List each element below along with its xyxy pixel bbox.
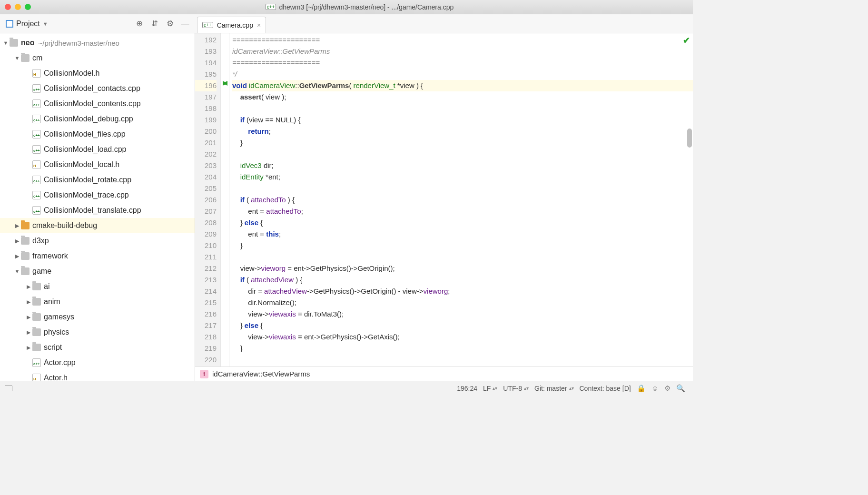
cpp-file-icon: c++ — [32, 191, 41, 199]
status-bar: 196:24 LF▴▾ UTF-8▴▾ Git: master▴▾ Contex… — [0, 381, 693, 395]
tree-item[interactable]: ▶c++CollisionModel_files.cpp — [0, 127, 195, 142]
breadcrumb-text[interactable]: idCameraView::GetViewParms — [212, 370, 310, 378]
folder-icon — [21, 222, 30, 229]
lock-icon[interactable]: 🔒 — [637, 384, 646, 393]
search-icon[interactable]: 🔍 — [676, 384, 685, 393]
encoding[interactable]: UTF-8▴▾ — [503, 385, 529, 392]
project-tool-header: Project ▼ ⊕ ⇵ ⚙ — — [0, 14, 195, 33]
toolbar: Project ▼ ⊕ ⇵ ⚙ — c++ Camera.cpp × — [0, 14, 693, 33]
ide-settings-icon[interactable]: ⚙ — [664, 384, 671, 393]
tree-item[interactable]: ▶gamesys — [0, 309, 195, 325]
scrollbar-thumb[interactable] — [687, 129, 692, 148]
tree-item[interactable]: ▶c++CollisionModel_debug.cpp — [0, 111, 195, 127]
cpp-file-icon: c++ — [32, 358, 41, 367]
git-branch[interactable]: Git: master▴▾ — [534, 385, 573, 392]
cpp-file-icon: c++ — [32, 115, 41, 123]
cpp-file-icon: c++ — [32, 206, 41, 215]
cpp-file-icon: c++ — [266, 4, 276, 10]
minimize-window-button[interactable] — [15, 4, 21, 10]
tree-item[interactable]: ▶anim — [0, 294, 195, 309]
tree-item[interactable]: ▶framework — [0, 248, 195, 264]
caret-position[interactable]: 196:24 — [457, 385, 477, 392]
cpp-file-icon: c++ — [202, 22, 213, 28]
header-file-icon: H — [32, 160, 41, 169]
window-titlebar: c++ dhewm3 [~/prj/dhewm3-master/neo] - .… — [0, 0, 693, 14]
close-tab-icon[interactable]: × — [257, 21, 261, 29]
folder-icon — [32, 344, 41, 351]
maximize-window-button[interactable] — [25, 4, 31, 10]
tree-item[interactable]: ▶c++CollisionModel_load.cpp — [0, 142, 195, 157]
tree-item[interactable]: ▶script — [0, 340, 195, 355]
cpp-file-icon: c++ — [32, 99, 41, 108]
code-text[interactable]: =====================idCameraView::GetVi… — [229, 33, 693, 366]
window-title: dhewm3 [~/prj/dhewm3-master/neo] - .../g… — [279, 3, 454, 11]
tree-item[interactable]: ▶HCollisionModel_local.h — [0, 157, 195, 172]
project-tree[interactable]: ▼neo~/prj/dhewm3-master/neo▼cm▶HCollisio… — [0, 33, 195, 381]
cpp-file-icon: c++ — [32, 130, 41, 139]
fold-column[interactable] — [221, 33, 229, 366]
hide-panel-button[interactable]: — — [179, 18, 191, 30]
inspector-icon[interactable]: ☺ — [651, 384, 659, 392]
context[interactable]: Context: base [D] — [580, 385, 631, 392]
tree-item[interactable]: ▶c++CollisionModel_trace.cpp — [0, 188, 195, 203]
locate-file-button[interactable]: ⊕ — [133, 18, 146, 30]
tree-item[interactable]: ▶cmake-build-debug — [0, 218, 195, 233]
tree-item[interactable]: ▶d3xp — [0, 233, 195, 248]
breadcrumb-bar: f idCameraView::GetViewParms — [195, 366, 693, 381]
window-controls — [5, 4, 31, 10]
tree-item[interactable]: ▼cm — [0, 50, 195, 66]
folder-icon — [32, 328, 41, 336]
tree-item[interactable]: ▶c++CollisionModel_rotate.cpp — [0, 172, 195, 188]
tree-item[interactable]: ▶c++CollisionModel_translate.cpp — [0, 203, 195, 218]
folder-icon — [32, 283, 41, 290]
folder-icon — [32, 313, 41, 321]
tree-item[interactable]: ▶c++Actor.cpp — [0, 355, 195, 370]
tree-root[interactable]: ▼neo~/prj/dhewm3-master/neo — [0, 35, 195, 50]
line-separator[interactable]: LF▴▾ — [483, 385, 497, 392]
tool-windows-icon[interactable] — [5, 386, 12, 391]
tree-item[interactable]: ▼game — [0, 264, 195, 279]
line-number-gutter[interactable]: 1921931941951961971981992002012022032042… — [195, 33, 221, 366]
editor-tab-camera[interactable]: c++ Camera.cpp × — [197, 17, 266, 33]
folder-icon — [21, 237, 30, 245]
inspection-ok-icon: ✔ — [683, 35, 690, 46]
close-window-button[interactable] — [5, 4, 11, 10]
cpp-file-icon: c++ — [32, 176, 41, 184]
header-file-icon: H — [32, 69, 41, 78]
cpp-file-icon: c++ — [32, 84, 41, 93]
folder-icon — [21, 252, 30, 260]
folder-icon — [21, 267, 30, 275]
settings-gear-icon[interactable]: ⚙ — [164, 18, 176, 30]
tree-item[interactable]: ▶c++CollisionModel_contacts.cpp — [0, 81, 195, 96]
run-gutter-icon[interactable] — [222, 80, 228, 87]
editor-tabs: c++ Camera.cpp × — [195, 14, 693, 33]
header-file-icon: H — [32, 374, 41, 381]
collapse-all-button[interactable]: ⇵ — [148, 18, 161, 30]
tree-item[interactable]: ▶c++CollisionModel_contents.cpp — [0, 96, 195, 111]
chevron-down-icon[interactable]: ▼ — [43, 21, 48, 27]
cpp-file-icon: c++ — [32, 145, 41, 154]
folder-icon — [32, 298, 41, 306]
tree-item[interactable]: ▶HCollisionModel.h — [0, 66, 195, 81]
folder-icon — [21, 54, 30, 62]
project-icon — [6, 20, 13, 28]
editor: 1921931941951961971981992002012022032042… — [195, 33, 693, 381]
tree-item[interactable]: ▶ai — [0, 279, 195, 294]
tree-item[interactable]: ▶HActor.h — [0, 370, 195, 381]
tab-filename: Camera.cpp — [217, 21, 253, 29]
function-icon: f — [200, 370, 208, 378]
tree-item[interactable]: ▶physics — [0, 325, 195, 340]
project-tool-label[interactable]: Project — [16, 20, 40, 28]
